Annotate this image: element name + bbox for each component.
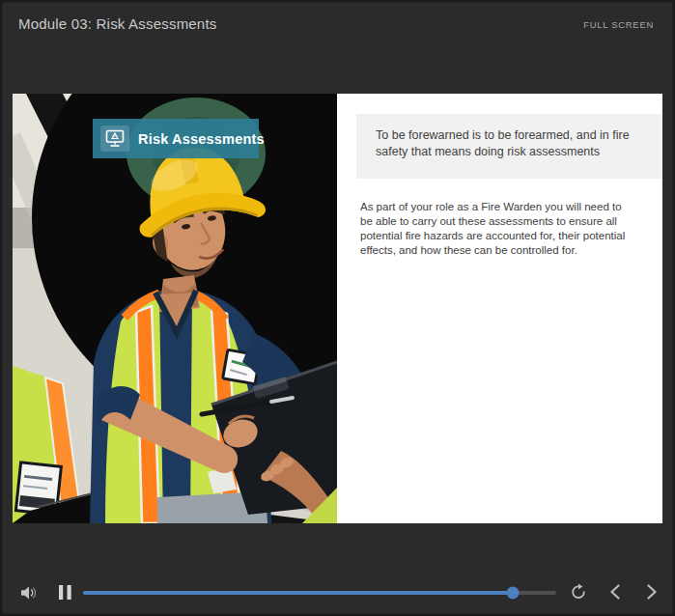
next-button[interactable] [646, 584, 658, 600]
module-title: Module 03: Risk Assessments [18, 15, 216, 32]
replay-button[interactable] [570, 583, 587, 601]
progress-fill [83, 591, 513, 595]
chevron-right-icon [646, 584, 658, 600]
course-player-window: Module 03: Risk Assessments FULL SCREEN [0, 0, 675, 616]
slide-area: Risk Assessments To be forewarned is to … [13, 94, 662, 523]
chevron-left-icon [609, 584, 621, 600]
replay-icon [570, 583, 587, 601]
previous-button[interactable] [609, 584, 621, 600]
pause-button[interactable] [58, 584, 72, 601]
volume-button[interactable] [20, 585, 37, 601]
body-text: As part of your role as a Fire Warden yo… [360, 200, 634, 258]
monitor-warning-icon [100, 126, 129, 152]
slide-title: Risk Assessments [138, 131, 265, 147]
slide-title-banner: Risk Assessments [93, 119, 259, 158]
quote-box: To be forewarned is to be forearmed, and… [356, 114, 662, 179]
progress-bar[interactable] [83, 591, 556, 595]
pause-icon [58, 584, 72, 601]
progress-handle[interactable] [506, 587, 519, 600]
speaker-icon [20, 585, 37, 601]
fullscreen-button[interactable]: FULL SCREEN [583, 19, 654, 30]
quote-text: To be forewarned is to be forearmed, and… [376, 128, 630, 158]
